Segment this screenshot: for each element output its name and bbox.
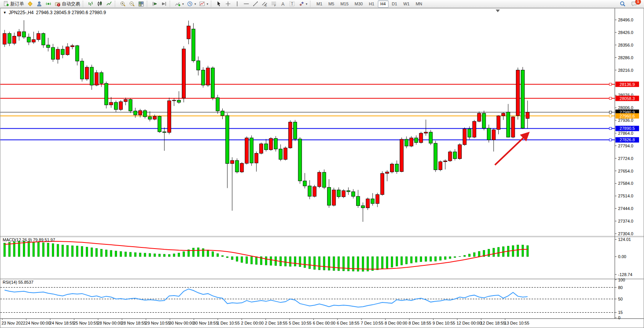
svg-text:28136.9: 28136.9 xyxy=(620,82,635,87)
svg-text:F: F xyxy=(275,4,276,7)
toolbar-equidistant-channel-button[interactable]: E xyxy=(260,0,269,8)
profiles-icon xyxy=(36,1,42,7)
timeframe-MN-button[interactable]: MN xyxy=(413,0,425,8)
search-icon xyxy=(620,1,626,7)
toolbar-trendline-button[interactable] xyxy=(251,0,260,8)
svg-text:29 Nov 10:55: 29 Nov 10:55 xyxy=(145,321,170,325)
toolbar-zoom-in-button[interactable] xyxy=(118,0,127,8)
svg-text:50: 50 xyxy=(618,297,623,301)
dropdown-caret-icon[interactable]: ▾ xyxy=(194,2,196,6)
svg-text:28 Nov 00:00: 28 Nov 00:00 xyxy=(97,321,122,325)
toolbar-chart-shift-button[interactable] xyxy=(159,0,169,8)
svg-text:27724.0: 27724.0 xyxy=(618,156,633,161)
ohlc-values: 27946.3 28045.9 27890.6 27980.9 xyxy=(36,10,106,15)
timeframe-D1-button[interactable]: D1 xyxy=(389,0,400,8)
svg-text:27444.0: 27444.0 xyxy=(618,206,633,211)
dropdown-caret-icon[interactable]: ▾ xyxy=(182,2,184,6)
chart-shift-icon xyxy=(161,1,167,7)
macd-label: MACD(12,26,9) 79.89 51.97 xyxy=(3,238,55,242)
toolbar-arrows-button[interactable]: ▾ xyxy=(297,0,309,8)
timeframe-H4-button[interactable]: H4 xyxy=(378,0,389,8)
dropdown-caret-icon[interactable]: ▾ xyxy=(207,2,208,6)
toolbar-auto-scroll-button[interactable] xyxy=(150,0,159,8)
svg-text:12 Dec 18:55: 12 Dec 18:55 xyxy=(480,321,505,325)
svg-text:27960.6: 27960.6 xyxy=(620,114,635,118)
svg-text:1 Dec 10:55: 1 Dec 10:55 xyxy=(217,321,239,325)
svg-text:28006.0: 28006.0 xyxy=(618,105,633,110)
text-icon: A xyxy=(280,1,286,7)
crosshair-icon xyxy=(225,1,231,7)
toolbar-vertical-line-button[interactable] xyxy=(233,0,242,8)
toolbar-auto-trading-label: 自动交易 xyxy=(62,1,80,7)
svg-text:25 Nov 10:55: 25 Nov 10:55 xyxy=(73,321,98,325)
text-label-icon: T xyxy=(289,1,295,7)
svg-text:-128.74: -128.74 xyxy=(618,272,632,277)
svg-text:27584.0: 27584.0 xyxy=(618,181,633,186)
toolbar-text-button[interactable]: A xyxy=(278,0,287,8)
rsi-label: RSI(14) 55.8537 xyxy=(3,280,34,284)
fibonacci-icon: F xyxy=(271,1,277,7)
chart-window: 28496.028426.028356.028286.028216.028076… xyxy=(0,8,644,328)
svg-text:0: 0 xyxy=(618,315,620,320)
symbol-period-label: JPN225-,H4 xyxy=(9,10,34,15)
timeframe-H1-button[interactable]: H1 xyxy=(366,0,377,8)
price-tag-27890.5: 27890.5 xyxy=(615,126,639,131)
line-chart-icon xyxy=(106,1,112,7)
toolbar-bar-chart-button[interactable] xyxy=(86,0,95,8)
svg-text:2 Dec 00:00: 2 Dec 00:00 xyxy=(241,321,263,325)
toolbar-profiles-button[interactable] xyxy=(35,0,44,8)
svg-text:80: 80 xyxy=(618,285,623,290)
price-tag-28136.9: 28136.9 xyxy=(615,82,639,87)
toolbar-crosshair-button[interactable] xyxy=(223,0,233,8)
toolbar-periods-button[interactable]: ▾ xyxy=(185,0,198,8)
svg-text:A: A xyxy=(281,2,284,7)
timeframe-M30-button[interactable]: M30 xyxy=(352,0,365,8)
toolbar-text-label-button[interactable]: T xyxy=(287,0,297,8)
svg-text:2 Dec 18:55: 2 Dec 18:55 xyxy=(265,321,287,325)
zoom-out-icon xyxy=(129,1,135,7)
toolbar-tile-windows-button[interactable] xyxy=(137,0,146,8)
timeframe-W1-button[interactable]: W1 xyxy=(401,0,413,8)
svg-text:0.00: 0.00 xyxy=(618,254,626,259)
vertical-line-icon xyxy=(234,1,240,7)
toolbar-line-chart-button[interactable] xyxy=(104,0,114,8)
toolbar-candlestick-chart-button[interactable] xyxy=(95,0,104,8)
svg-text:30 Nov 00:00: 30 Nov 00:00 xyxy=(169,321,194,325)
toolbar-metaeditor-button[interactable] xyxy=(26,0,35,8)
toolbar-zoom-out-button[interactable] xyxy=(127,0,137,8)
svg-text:7 Dec 10:55: 7 Dec 10:55 xyxy=(361,321,383,325)
svg-text:15: 15 xyxy=(618,310,623,315)
price-tag-27826.8: 27826.8 xyxy=(615,137,639,142)
price-tag-27960.6: 27960.6 xyxy=(615,113,639,119)
toolbar-new-order-label: 新订单 xyxy=(10,1,24,7)
toolbar-templates-button[interactable]: ▾ xyxy=(198,0,210,8)
mt4-application: 新订单自动交易▾▾▾EFAT▾M1M5M15M30H1H4D1W1MN1 284… xyxy=(0,0,644,328)
search-button[interactable] xyxy=(618,0,627,8)
notification-badge: 1 xyxy=(635,0,641,5)
toolbar-auto-trading-button[interactable]: 自动交易 xyxy=(53,0,82,8)
connection-icon xyxy=(45,1,51,7)
timeframe-M1-button[interactable]: M1 xyxy=(314,0,325,8)
svg-text:28426.0: 28426.0 xyxy=(618,30,633,35)
templates-icon xyxy=(199,1,205,7)
dropdown-caret-icon[interactable]: ▾ xyxy=(306,2,307,6)
svg-text:27936.0: 27936.0 xyxy=(618,118,633,123)
notifications-button[interactable]: 1 xyxy=(630,0,639,8)
svg-text:E: E xyxy=(265,4,267,7)
chart-menu-icon[interactable]: ▼ xyxy=(3,11,6,15)
svg-text:124.01: 124.01 xyxy=(618,237,631,242)
toolbar-horizontal-line-button[interactable] xyxy=(242,0,251,8)
svg-text:23 Nov 2022: 23 Nov 2022 xyxy=(2,321,25,325)
toolbar-connection-button[interactable] xyxy=(44,0,53,8)
chart-canvas[interactable]: 28496.028426.028356.028286.028216.028076… xyxy=(0,8,644,328)
toolbar-indicators-button[interactable]: ▾ xyxy=(173,0,185,8)
svg-text:28496.0: 28496.0 xyxy=(618,18,633,22)
timeframe-M5-button[interactable]: M5 xyxy=(326,0,337,8)
toolbar-cursor-button[interactable] xyxy=(214,0,223,8)
svg-text:27654.0: 27654.0 xyxy=(618,169,633,173)
toolbar-new-order-button[interactable]: 新订单 xyxy=(2,0,26,8)
metaeditor-icon xyxy=(27,1,33,7)
equidistant-channel-icon: E xyxy=(262,1,268,7)
toolbar-fibonacci-button[interactable]: F xyxy=(269,0,278,8)
timeframe-M15-button[interactable]: M15 xyxy=(338,0,351,8)
